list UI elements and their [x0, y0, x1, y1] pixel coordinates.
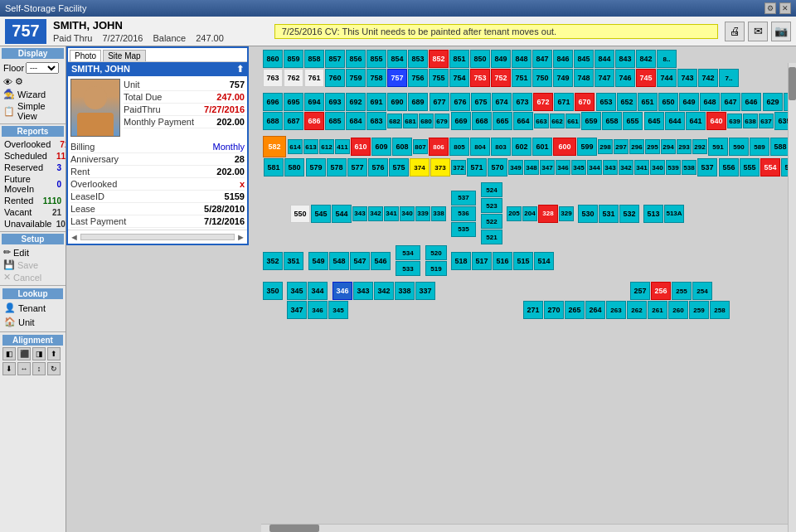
unit-674[interactable]: 674: [492, 93, 512, 111]
unit-841[interactable]: 8..: [657, 50, 677, 68]
unit-844[interactable]: 844: [595, 50, 614, 68]
unit-650[interactable]: 650: [658, 93, 678, 111]
unit-854[interactable]: 854: [387, 50, 407, 68]
unit-850[interactable]: 850: [470, 50, 490, 68]
unit-575[interactable]: 575: [389, 158, 409, 177]
unit-762[interactable]: 762: [284, 69, 303, 87]
unit-345b[interactable]: 345: [571, 160, 586, 175]
unit-265[interactable]: 265: [565, 301, 585, 319]
unit-521[interactable]: 521: [481, 230, 502, 244]
unit-518[interactable]: 518: [451, 252, 471, 270]
unit-682[interactable]: 682: [387, 114, 402, 128]
unit-346c[interactable]: 346: [308, 301, 328, 319]
unit-533[interactable]: 533: [396, 261, 420, 276]
unit-570[interactable]: 570: [488, 158, 507, 177]
report-reserved[interactable]: Reserved 3: [2, 162, 64, 173]
unit-679[interactable]: 679: [434, 114, 449, 128]
unit-858[interactable]: 858: [304, 50, 324, 68]
unit-578[interactable]: 578: [327, 158, 347, 177]
unit-531[interactable]: 531: [599, 205, 619, 223]
unit-758[interactable]: 758: [366, 69, 386, 87]
unit-294[interactable]: 294: [661, 139, 676, 154]
unit-681[interactable]: 681: [403, 114, 418, 128]
unit-755[interactable]: 755: [429, 69, 449, 87]
unit-256[interactable]: 256: [651, 282, 671, 300]
unit-637[interactable]: 637: [759, 114, 774, 128]
unit-343[interactable]: 343: [353, 282, 373, 300]
unit-746[interactable]: 746: [615, 69, 635, 87]
unit-600[interactable]: 600: [553, 138, 576, 156]
unit-651[interactable]: 651: [638, 93, 658, 111]
unit-537b[interactable]: 537: [697, 158, 717, 177]
unit-743[interactable]: 743: [677, 69, 697, 87]
unit-373[interactable]: 373: [430, 158, 450, 177]
unit-548[interactable]: 548: [329, 252, 349, 270]
unit-345[interactable]: 345: [287, 282, 307, 300]
unit-849[interactable]: 849: [491, 50, 511, 68]
unit-328[interactable]: 328: [538, 205, 558, 223]
unit-756[interactable]: 756: [408, 69, 428, 87]
unit-343c[interactable]: 343: [352, 206, 367, 221]
unit-338c[interactable]: 338: [431, 206, 446, 221]
unit-350[interactable]: 350: [263, 282, 283, 300]
unit-524[interactable]: 524: [481, 182, 502, 197]
unit-673[interactable]: 673: [512, 93, 532, 111]
unit-759[interactable]: 759: [346, 69, 366, 87]
unit-691[interactable]: 691: [366, 93, 386, 111]
unit-372[interactable]: 372: [451, 160, 466, 175]
unit-803[interactable]: 803: [491, 138, 511, 156]
unit-848[interactable]: 848: [512, 50, 531, 68]
unit-581[interactable]: 581: [264, 158, 284, 177]
unit-546[interactable]: 546: [371, 252, 391, 270]
unit-647[interactable]: 647: [721, 93, 740, 111]
unit-535[interactable]: 535: [451, 222, 476, 237]
unit-270[interactable]: 270: [544, 301, 564, 319]
email-button[interactable]: ✉: [748, 22, 768, 41]
unit-260[interactable]: 260: [668, 301, 688, 319]
unit-749[interactable]: 749: [553, 69, 573, 87]
unit-846[interactable]: 846: [553, 50, 573, 68]
save-item[interactable]: 💾 Save: [2, 259, 64, 271]
unit-258[interactable]: 258: [710, 301, 730, 319]
unit-683[interactable]: 683: [366, 112, 386, 130]
align-right-icon[interactable]: ◨: [32, 347, 46, 360]
unit-742[interactable]: 742: [698, 69, 718, 87]
unit-614[interactable]: 614: [288, 139, 303, 154]
unit-296[interactable]: 296: [629, 139, 644, 154]
unit-671[interactable]: 671: [554, 93, 574, 111]
unit-539[interactable]: 539: [666, 160, 681, 175]
unit-763[interactable]: 763: [263, 69, 283, 87]
unit-853[interactable]: 853: [408, 50, 428, 68]
unit-641[interactable]: 641: [686, 112, 706, 130]
unit-695[interactable]: 695: [284, 93, 303, 111]
unit-297[interactable]: 297: [614, 139, 629, 154]
unit-677[interactable]: 677: [430, 93, 449, 111]
unit-329[interactable]: 329: [559, 206, 574, 221]
unit-612[interactable]: 612: [319, 139, 334, 154]
popup-scroll-bar[interactable]: ◄ ►: [68, 230, 247, 244]
unit-554[interactable]: 554: [760, 158, 780, 177]
unit-347[interactable]: 347: [287, 301, 307, 319]
close-button[interactable]: ✕: [779, 2, 791, 14]
unit-664[interactable]: 664: [513, 112, 533, 130]
unit-338[interactable]: 338: [395, 282, 415, 300]
unit-805[interactable]: 805: [449, 138, 469, 156]
unit-696[interactable]: 696: [263, 93, 283, 111]
unit-645[interactable]: 645: [644, 112, 664, 130]
unit-859[interactable]: 859: [284, 50, 303, 68]
unit-680[interactable]: 680: [419, 114, 434, 128]
unit-658[interactable]: 658: [602, 112, 622, 130]
unit-339[interactable]: 339: [415, 206, 430, 221]
unit-271[interactable]: 271: [523, 301, 543, 319]
unit-298[interactable]: 298: [598, 139, 613, 154]
unit-536[interactable]: 536: [451, 206, 476, 221]
distribute-h-icon[interactable]: ↔: [17, 362, 31, 375]
unit-806[interactable]: 806: [429, 138, 449, 156]
unit-611[interactable]: 411: [335, 139, 350, 154]
unit-580[interactable]: 580: [284, 158, 304, 177]
unit-602[interactable]: 602: [512, 138, 531, 156]
unit-847[interactable]: 847: [532, 50, 552, 68]
align-top-icon[interactable]: ⬆: [47, 347, 61, 360]
unit-346[interactable]: 346: [332, 282, 352, 300]
unit-662[interactable]: 662: [550, 114, 565, 128]
